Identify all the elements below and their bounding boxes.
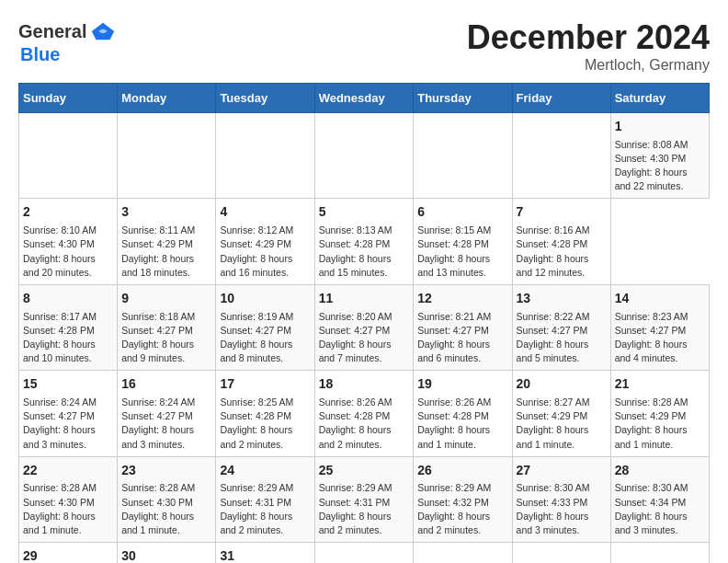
- day-number: 21: [615, 375, 705, 394]
- title-area: December 2024 Mertloch, Germany: [467, 18, 710, 74]
- day-number: 6: [417, 203, 507, 222]
- day-cell: 10Sunrise: 8:19 AMSunset: 4:27 PMDayligh…: [216, 284, 314, 370]
- day-info: Sunrise: 8:29 AMSunset: 4:31 PMDaylight:…: [319, 481, 410, 537]
- day-cell: 27Sunrise: 8:30 AMSunset: 4:33 PMDayligh…: [512, 456, 610, 542]
- calendar-week-row: 22Sunrise: 8:28 AMSunset: 4:30 PMDayligh…: [19, 456, 710, 542]
- day-cell: 11Sunrise: 8:20 AMSunset: 4:27 PMDayligh…: [314, 284, 414, 370]
- day-info: Sunrise: 8:28 AMSunset: 4:30 PMDaylight:…: [23, 481, 113, 537]
- logo-blue-text: Blue: [20, 44, 60, 65]
- day-number: 31: [220, 547, 310, 563]
- day-cell: 6Sunrise: 8:15 AMSunset: 4:28 PMDaylight…: [414, 199, 512, 284]
- weekday-header-tuesday: Tuesday: [216, 84, 314, 113]
- day-info: Sunrise: 8:15 AMSunset: 4:28 PMDaylight:…: [417, 224, 507, 280]
- day-number: 26: [417, 462, 507, 480]
- day-number: 14: [615, 290, 705, 308]
- month-title: December 2024: [467, 18, 710, 57]
- calendar-week-row: 2Sunrise: 8:10 AMSunset: 4:30 PMDaylight…: [19, 199, 710, 284]
- logo-general-text: General: [18, 21, 86, 42]
- day-cell: 31Sunrise: 8:30 AMSunset: 4:36 PMDayligh…: [216, 543, 314, 563]
- day-number: 18: [319, 375, 410, 394]
- day-number: 4: [220, 203, 310, 222]
- empty-cell: [414, 113, 512, 199]
- day-info: Sunrise: 8:26 AMSunset: 4:28 PMDaylight:…: [319, 396, 410, 452]
- header: General Blue December 2024 Mertloch, Ger…: [18, 18, 710, 74]
- logo: General Blue: [18, 18, 116, 65]
- day-number: 24: [220, 462, 310, 480]
- day-info: Sunrise: 8:30 AMSunset: 4:33 PMDaylight:…: [517, 481, 607, 537]
- empty-cell: [414, 543, 512, 563]
- weekday-header-thursday: Thursday: [414, 84, 512, 113]
- weekday-header-wednesday: Wednesday: [314, 84, 414, 113]
- empty-cell: [610, 543, 709, 563]
- day-number: 15: [23, 375, 113, 394]
- day-cell: 9Sunrise: 8:18 AMSunset: 4:27 PMDaylight…: [118, 284, 216, 370]
- calendar-table: SundayMondayTuesdayWednesdayThursdayFrid…: [18, 83, 710, 563]
- day-number: 22: [23, 462, 113, 480]
- day-number: 10: [220, 290, 310, 308]
- day-number: 27: [517, 462, 607, 480]
- empty-cell: [118, 113, 216, 199]
- empty-cell: [314, 113, 414, 199]
- day-cell: 19Sunrise: 8:26 AMSunset: 4:28 PMDayligh…: [414, 371, 512, 456]
- weekday-header-monday: Monday: [118, 84, 216, 113]
- day-number: 28: [615, 462, 705, 480]
- day-number: 20: [517, 375, 607, 394]
- day-number: 2: [23, 203, 113, 222]
- day-info: Sunrise: 8:23 AMSunset: 4:27 PMDaylight:…: [615, 310, 705, 366]
- day-number: 23: [121, 462, 211, 480]
- day-cell: 23Sunrise: 8:28 AMSunset: 4:30 PMDayligh…: [118, 456, 216, 542]
- day-number: 3: [121, 203, 211, 222]
- day-info: Sunrise: 8:21 AMSunset: 4:27 PMDaylight:…: [417, 310, 507, 366]
- day-info: Sunrise: 8:26 AMSunset: 4:28 PMDaylight:…: [417, 396, 507, 452]
- day-cell: 2Sunrise: 8:10 AMSunset: 4:30 PMDaylight…: [19, 199, 118, 284]
- day-number: 7: [517, 203, 607, 222]
- day-info: Sunrise: 8:20 AMSunset: 4:27 PMDaylight:…: [319, 310, 410, 366]
- day-cell: 18Sunrise: 8:26 AMSunset: 4:28 PMDayligh…: [314, 371, 414, 456]
- empty-cell: [314, 543, 414, 563]
- day-cell: 1Sunrise: 8:08 AMSunset: 4:30 PMDaylight…: [610, 113, 709, 199]
- location-title: Mertloch, Germany: [467, 57, 710, 74]
- day-info: Sunrise: 8:13 AMSunset: 4:28 PMDaylight:…: [319, 224, 410, 280]
- empty-cell: [19, 113, 118, 199]
- day-number: 5: [319, 203, 410, 222]
- day-number: 8: [23, 290, 113, 308]
- day-cell: 22Sunrise: 8:28 AMSunset: 4:30 PMDayligh…: [19, 456, 118, 542]
- calendar-week-row: 29Sunrise: 8:30 AMSunset: 4:35 PMDayligh…: [19, 543, 710, 563]
- day-info: Sunrise: 8:18 AMSunset: 4:27 PMDaylight:…: [121, 310, 211, 366]
- day-cell: 29Sunrise: 8:30 AMSunset: 4:35 PMDayligh…: [19, 543, 118, 563]
- day-info: Sunrise: 8:30 AMSunset: 4:34 PMDaylight:…: [615, 481, 705, 537]
- day-info: Sunrise: 8:25 AMSunset: 4:28 PMDaylight:…: [220, 396, 310, 452]
- day-info: Sunrise: 8:27 AMSunset: 4:29 PMDaylight:…: [517, 396, 607, 452]
- day-cell: 16Sunrise: 8:24 AMSunset: 4:27 PMDayligh…: [118, 371, 216, 456]
- day-info: Sunrise: 8:24 AMSunset: 4:27 PMDaylight:…: [23, 396, 113, 452]
- day-cell: 21Sunrise: 8:28 AMSunset: 4:29 PMDayligh…: [610, 371, 709, 456]
- empty-cell: [512, 113, 610, 199]
- weekday-header-row: SundayMondayTuesdayWednesdayThursdayFrid…: [19, 84, 710, 113]
- day-number: 30: [121, 547, 211, 563]
- day-cell: 14Sunrise: 8:23 AMSunset: 4:27 PMDayligh…: [610, 284, 709, 370]
- day-number: 9: [121, 290, 211, 308]
- day-cell: 20Sunrise: 8:27 AMSunset: 4:29 PMDayligh…: [512, 371, 610, 456]
- day-cell: 12Sunrise: 8:21 AMSunset: 4:27 PMDayligh…: [414, 284, 512, 370]
- day-cell: 5Sunrise: 8:13 AMSunset: 4:28 PMDaylight…: [314, 199, 414, 284]
- day-info: Sunrise: 8:28 AMSunset: 4:29 PMDaylight:…: [615, 396, 705, 452]
- calendar-week-row: 8Sunrise: 8:17 AMSunset: 4:28 PMDaylight…: [19, 284, 710, 370]
- day-info: Sunrise: 8:08 AMSunset: 4:30 PMDaylight:…: [615, 138, 705, 194]
- day-info: Sunrise: 8:12 AMSunset: 4:29 PMDaylight:…: [220, 224, 310, 280]
- day-info: Sunrise: 8:29 AMSunset: 4:32 PMDaylight:…: [417, 481, 507, 537]
- day-cell: 25Sunrise: 8:29 AMSunset: 4:31 PMDayligh…: [314, 456, 414, 542]
- empty-cell: [512, 543, 610, 563]
- day-info: Sunrise: 8:10 AMSunset: 4:30 PMDaylight:…: [23, 224, 113, 280]
- day-number: 29: [23, 547, 113, 563]
- day-info: Sunrise: 8:29 AMSunset: 4:31 PMDaylight:…: [220, 481, 310, 537]
- day-info: Sunrise: 8:11 AMSunset: 4:29 PMDaylight:…: [121, 224, 211, 280]
- day-cell: 15Sunrise: 8:24 AMSunset: 4:27 PMDayligh…: [19, 371, 118, 456]
- day-cell: 17Sunrise: 8:25 AMSunset: 4:28 PMDayligh…: [216, 371, 314, 456]
- day-number: 17: [220, 375, 310, 394]
- weekday-header-friday: Friday: [512, 84, 610, 113]
- logo-icon: [90, 18, 116, 44]
- day-number: 16: [121, 375, 211, 394]
- day-number: 1: [615, 118, 705, 136]
- day-cell: 13Sunrise: 8:22 AMSunset: 4:27 PMDayligh…: [512, 284, 610, 370]
- day-cell: 28Sunrise: 8:30 AMSunset: 4:34 PMDayligh…: [610, 456, 709, 542]
